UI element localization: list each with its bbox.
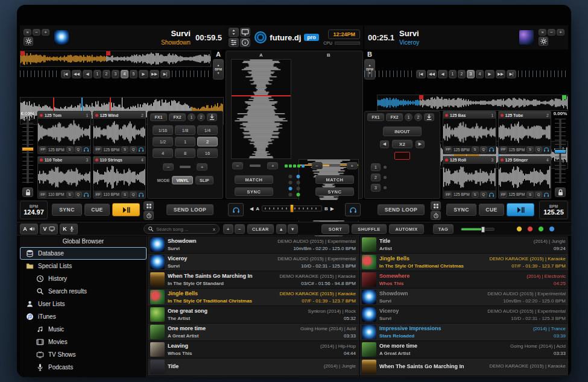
red-tag-button[interactable] (527, 226, 533, 232)
beat-number-button[interactable]: 1 (93, 70, 101, 78)
sample-quantize-button[interactable]: Q (535, 146, 542, 152)
sample-quantize-button[interactable]: Q (535, 192, 542, 198)
deck-b-settings-button[interactable] (539, 37, 548, 46)
deck-a-timer-button[interactable] (144, 211, 154, 220)
sample-quantize-button[interactable]: Q (480, 192, 487, 198)
sample-waveform[interactable] (93, 119, 146, 146)
deck-a-sync-button[interactable]: SYNC (235, 187, 273, 196)
beat-jump-back-button[interactable]: |◀ (61, 70, 71, 78)
track-row[interactable]: ShowdownSurviDEMO AUDIO (2015) | Experim… (359, 289, 568, 306)
sample-quantize-button[interactable]: Q (130, 192, 137, 198)
loop-fraction-button[interactable]: 1/2 (153, 137, 173, 146)
track-row[interactable]: Title(2014) | Jungle (148, 359, 358, 376)
sample-fp-button[interactable]: FP (95, 192, 102, 198)
video-output-tab[interactable]: V (40, 224, 58, 234)
sidebar-item-special-lists[interactable]: Special Lists (20, 260, 147, 272)
sample-fp-button[interactable]: FP (500, 192, 507, 198)
sample-fp-button[interactable]: FP (95, 146, 102, 152)
fx-slot-1-button[interactable]: 1 (405, 113, 413, 121)
sample-pad[interactable]: 125 Wind2FP125 BPMSQ (93, 111, 147, 154)
beat-jump-back-button[interactable]: ◀ (438, 70, 447, 78)
fx-slot-2-button[interactable]: 2 (197, 113, 205, 121)
sort-button[interactable]: SORT (321, 224, 349, 234)
loop-shift-left-button[interactable]: ◀ (380, 140, 389, 148)
beat-number-button[interactable]: 1 (449, 70, 457, 78)
sample-fp-button[interactable]: FP (39, 146, 46, 152)
beat-jump-forward-button[interactable]: ▶ (485, 70, 495, 78)
deck-a-cue-button[interactable]: CUE (84, 204, 110, 216)
info-button[interactable] (240, 38, 250, 47)
beat-jump-forward-button[interactable]: ▶| (160, 70, 170, 78)
cue-marker[interactable] (419, 95, 423, 99)
track-row[interactable]: Impressive ImpressionsStars Reloaded(201… (359, 324, 568, 341)
deck-a-pitch-handle[interactable] (22, 147, 34, 151)
slider-handle[interactable] (481, 227, 485, 233)
beat-jump-back-button[interactable]: ◀ (83, 70, 92, 78)
preview-volume-slider[interactable] (461, 228, 495, 231)
track-row[interactable]: Jingle BellsIn The Style Of Traditional … (359, 254, 568, 271)
cue-marker[interactable] (232, 95, 291, 96)
deck-b-close-button[interactable]: × (539, 29, 546, 36)
loop-fraction-button[interactable]: 8 (175, 148, 195, 158)
deck-a-pad-view-button[interactable] (144, 201, 154, 210)
deck-b-sync-button[interactable]: SYNC (315, 187, 354, 196)
cue-marker[interactable] (562, 95, 566, 99)
shuffle-button[interactable]: SHUFFLE (352, 224, 387, 234)
deck-b-play-pause-button[interactable] (507, 203, 534, 216)
beat-number-button[interactable]: 2 (458, 70, 466, 78)
deck-b-keylock-button[interactable] (555, 187, 566, 197)
sample-waveform[interactable] (93, 164, 146, 191)
deck-a-keylock-button[interactable] (22, 187, 33, 197)
crossfader-handle[interactable] (289, 204, 294, 213)
loop-active-button[interactable] (394, 152, 410, 160)
track-row[interactable]: LeavingWhos This(2014) | Hip-Hop04:44 (148, 341, 358, 359)
loop-slot-button[interactable]: 2 (371, 174, 381, 181)
track-row[interactable]: ViceroySurviDEMO AUDIO (2015) | Experime… (148, 254, 358, 271)
playlist-remove-button[interactable]: − (235, 224, 245, 234)
clear-button[interactable]: CLEAR (247, 224, 274, 234)
mixer-view-button[interactable] (229, 38, 239, 47)
loop-fraction-button[interactable]: 1/8 (175, 125, 195, 135)
sidebar-item-history[interactable]: History (20, 272, 147, 285)
sample-quantize-button[interactable]: Q (75, 192, 82, 198)
loop-double-button[interactable]: + (197, 163, 207, 171)
deck-b-timer-button[interactable] (431, 211, 441, 220)
deck-a-close-button[interactable]: × (24, 29, 31, 36)
sample-pad[interactable]: 125 Tobe2FP125 BPMSQ (498, 111, 552, 154)
deck-b-send-loop-button[interactable]: SEND LOOP (378, 204, 425, 215)
deck-a-zoom-in-button[interactable]: + (267, 162, 278, 169)
sample-waveform[interactable] (499, 164, 551, 191)
track-row[interactable]: Jingle BellsIn The Style Of Traditional … (148, 289, 358, 306)
fx1-button[interactable]: FX1 (367, 113, 384, 121)
green-tag-button[interactable] (538, 226, 544, 232)
deck-a-vertical-waveform[interactable] (231, 59, 291, 159)
headphones-icon[interactable] (488, 192, 495, 198)
beat-number-button[interactable]: 3 (112, 70, 119, 78)
sidebar-item-itunes[interactable]: iTunes (20, 310, 147, 323)
deck-a-match-button[interactable]: MATCH (235, 175, 273, 184)
deck-a-bpm-tap-button[interactable]: ▲ BPM ▼ (213, 59, 224, 80)
track-row[interactable]: TitleArtist(2014) | Jungle09:24 (359, 236, 568, 254)
beat-jump-back-button[interactable]: |◀ (416, 70, 426, 78)
sample-quantize-button[interactable]: Q (130, 146, 137, 152)
yellow-tag-button[interactable] (516, 226, 522, 232)
sample-sync-button[interactable]: S (526, 192, 534, 198)
beat-jump-back-button[interactable]: ◀◀ (72, 70, 81, 78)
headphones-icon[interactable] (138, 192, 144, 198)
headphones-icon[interactable] (543, 146, 549, 152)
beat-number-button[interactable]: 3 (467, 70, 475, 78)
sample-fp-button[interactable]: FP (444, 192, 452, 198)
sample-waveform[interactable] (499, 119, 551, 146)
deck-a-play-pause-button[interactable] (112, 203, 140, 216)
sample-pad[interactable]: 125 Stinger4FP125 BPMSQ (498, 156, 552, 199)
beat-jump-forward-button[interactable]: ▶▶ (496, 70, 505, 78)
sidebar-item-podcasts[interactable]: Podcasts (20, 361, 147, 374)
loop-fraction-button[interactable]: 1 (175, 137, 195, 146)
sample-sync-button[interactable]: S (472, 192, 479, 198)
headphones-icon[interactable] (543, 192, 549, 198)
deck-a-send-loop-button[interactable]: SEND LOOP (166, 204, 213, 215)
sample-fp-button[interactable]: FP (444, 146, 452, 152)
loop-slot-button[interactable]: 1 (371, 163, 381, 171)
deck-b-cue-button[interactable]: CUE (479, 204, 504, 216)
display-mode-button[interactable] (240, 28, 250, 37)
